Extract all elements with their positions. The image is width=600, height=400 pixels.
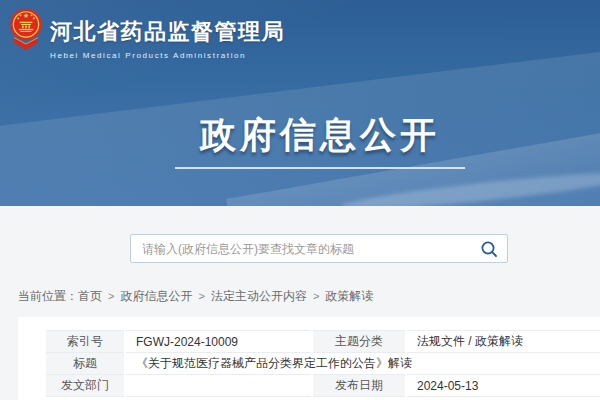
breadcrumb-item-home[interactable]: 首页 [78, 289, 102, 303]
table-row: 发文部门 发布日期 2024-05-13 [45, 375, 600, 397]
banner-streak [340, 166, 600, 206]
title-label: 标题 [45, 353, 125, 375]
breadcrumb-item-policy-interpretation[interactable]: 政策解读 [325, 289, 373, 303]
breadcrumb-item-statutory-content[interactable]: 法定主动公开内容 [211, 289, 307, 303]
index-number-label: 索引号 [45, 331, 125, 353]
hero-banner: 河北省药品监督管理局 Hebei Medical Products Admini… [0, 0, 600, 206]
content-panel: 索引号 FGWJ-2024-10009 主题分类 法规文件 / 政策解读 标题 … [18, 317, 600, 400]
banner-underline [175, 167, 465, 169]
site-logo-link[interactable]: 河北省药品监督管理局 Hebei Medical Products Admini… [10, 6, 285, 60]
issuing-department-label: 发文部门 [45, 375, 125, 397]
document-info-table: 索引号 FGWJ-2024-10009 主题分类 法规文件 / 政策解读 标题 … [44, 330, 600, 397]
publish-date-value: 2024-05-13 [406, 375, 600, 397]
search-icon [480, 240, 498, 258]
national-emblem-icon [10, 8, 42, 52]
topic-category-value: 法规文件 / 政策解读 [406, 331, 600, 353]
table-row: 索引号 FGWJ-2024-10009 主题分类 法规文件 / 政策解读 [45, 331, 600, 353]
title-value: 《关于规范医疗器械产品分类界定工作的公告》解读 [125, 353, 600, 375]
breadcrumb-separator: > [313, 290, 319, 302]
publish-date-label: 发布日期 [312, 375, 406, 397]
issuing-department-value [125, 375, 312, 397]
org-name-cn: 河北省药品监督管理局 [50, 17, 285, 47]
page-title: 政府信息公开 [175, 111, 465, 160]
breadcrumb-item-info-disclosure[interactable]: 政府信息公开 [120, 289, 192, 303]
breadcrumb: 当前位置：首页>政府信息公开>法定主动公开内容>政策解读 [18, 288, 373, 305]
topic-category-label: 主题分类 [312, 331, 406, 353]
breadcrumb-separator: > [108, 290, 114, 302]
search-button[interactable] [471, 235, 507, 262]
search-input[interactable] [131, 235, 471, 262]
table-row: 标题 《关于规范医疗器械产品分类界定工作的公告》解读 [45, 353, 600, 375]
breadcrumb-label: 当前位置： [18, 289, 78, 303]
search-box [130, 234, 508, 263]
org-name-en: Hebei Medical Products Administration [50, 51, 285, 60]
index-number-value: FGWJ-2024-10009 [125, 331, 312, 353]
breadcrumb-separator: > [198, 290, 204, 302]
